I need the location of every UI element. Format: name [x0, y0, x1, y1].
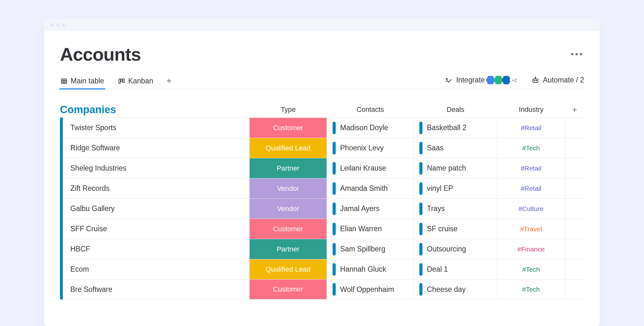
company-name-cell[interactable]: Twister Sports	[63, 118, 250, 138]
tab-label: Main table	[71, 77, 104, 85]
contact-cell[interactable]: Madison Doyle	[327, 118, 414, 138]
tab-kanban[interactable]: Kanban	[117, 74, 154, 89]
window-dot-icon	[62, 23, 65, 27]
link-pill-icon	[333, 243, 336, 256]
table-row[interactable]: Twister SportsCustomerMadison DoyleBaske…	[63, 118, 584, 138]
company-name-cell[interactable]: Ridge Software	[63, 138, 250, 158]
app-window: Accounts Main table Kanban +	[44, 19, 600, 326]
table-row[interactable]: HBCFPartnerSam SpillbergOutsourcing#Fina…	[63, 239, 584, 259]
company-name-cell[interactable]: Bre Software	[63, 280, 250, 299]
industry-cell[interactable]: #Retail	[497, 158, 565, 178]
table-row[interactable]: SFF CruiseCustomerElian WarrenSF cruise#…	[63, 219, 584, 239]
link-pill-icon	[419, 202, 422, 215]
more-options-button[interactable]	[571, 53, 584, 55]
link-pill-icon	[419, 162, 422, 175]
kanban-icon	[118, 78, 125, 85]
industry-tag: #Retail	[521, 185, 541, 192]
industry-cell[interactable]: #Tech	[497, 138, 565, 158]
type-cell[interactable]: Partner	[250, 239, 327, 259]
add-column-button[interactable]: +	[565, 105, 584, 115]
add-view-button[interactable]: +	[166, 76, 171, 87]
window-dot-icon	[50, 23, 54, 27]
contact-name: Phoenix Levy	[340, 144, 384, 152]
industry-tag: #Tech	[522, 266, 540, 273]
contact-cell[interactable]: Phoenix Levy	[327, 138, 414, 158]
type-cell[interactable]: Vendor	[250, 178, 327, 198]
deal-cell[interactable]: Cheese day	[414, 280, 497, 299]
column-header-deals[interactable]: Deals	[414, 106, 497, 114]
industry-tag: #Tech	[522, 144, 540, 152]
deal-cell[interactable]: Name patch	[414, 158, 497, 178]
type-cell[interactable]: Qualified Lead	[250, 138, 327, 158]
company-name-cell[interactable]: Zift Records	[63, 178, 250, 198]
company-name-cell[interactable]: Sheleg Industries	[63, 158, 250, 178]
industry-cell[interactable]: #Travel	[497, 219, 565, 239]
table-row[interactable]: Ridge SoftwareQualified LeadPhoenix Levy…	[63, 138, 584, 158]
type-cell[interactable]: Partner	[250, 158, 327, 178]
company-name-cell[interactable]: Galbu Gallery	[63, 199, 250, 219]
type-cell[interactable]: Customer	[250, 219, 327, 239]
integrate-button[interactable]: Integrate +2	[445, 75, 519, 85]
contact-cell[interactable]: Wolf Oppenhaim	[327, 280, 414, 299]
contact-cell[interactable]: Hannah Gluck	[327, 259, 414, 279]
dots-icon	[576, 53, 578, 55]
type-cell[interactable]: Qualified Lead	[250, 259, 327, 279]
deal-cell[interactable]: Deal 1	[414, 259, 497, 279]
integration-more-icon: +2	[510, 75, 519, 85]
company-name-cell[interactable]: Ecom	[63, 259, 250, 279]
automate-button[interactable]: Automate / 2	[532, 76, 584, 84]
contact-cell[interactable]: Leilani Krause	[327, 158, 414, 178]
industry-cell[interactable]: #Tech	[497, 280, 565, 299]
deal-cell[interactable]: vinyl EP	[414, 178, 497, 198]
deal-cell[interactable]: Trays	[414, 199, 497, 219]
link-pill-icon	[333, 202, 336, 215]
deal-name: vinyl EP	[427, 184, 453, 193]
industry-cell[interactable]: #Culture	[497, 199, 565, 219]
industry-cell[interactable]: #Finance	[497, 239, 565, 259]
table-body: Twister SportsCustomerMadison DoyleBaske…	[60, 118, 584, 299]
deal-name: SF cruise	[427, 225, 458, 233]
link-pill-icon	[333, 263, 336, 276]
company-name-cell[interactable]: SFF Cruise	[63, 219, 250, 239]
empty-cell	[565, 118, 584, 138]
group-title[interactable]: Companies	[60, 104, 250, 116]
contact-cell[interactable]: Elian Warren	[327, 219, 414, 239]
contact-name: Elian Warren	[340, 225, 382, 233]
tab-main-table[interactable]: Main table	[60, 74, 105, 89]
deal-cell[interactable]: SF cruise	[414, 219, 497, 239]
dots-icon	[571, 53, 573, 55]
table-icon	[61, 78, 68, 85]
column-header-contacts[interactable]: Contacts	[327, 106, 414, 114]
contact-name: Hannah Gluck	[340, 265, 386, 274]
table-row[interactable]: EcomQualified LeadHannah GluckDeal 1#Tec…	[63, 259, 584, 279]
automate-label: Automate / 2	[543, 76, 584, 84]
type-cell[interactable]: Vendor	[250, 199, 327, 219]
robot-icon	[532, 76, 539, 84]
contact-cell[interactable]: Sam Spillberg	[327, 239, 414, 259]
column-header-type[interactable]: Type	[250, 106, 327, 114]
contact-cell[interactable]: Amanda Smith	[327, 178, 414, 198]
link-pill-icon	[333, 182, 336, 195]
contact-name: Amanda Smith	[340, 184, 388, 193]
industry-cell[interactable]: #Retail	[497, 118, 565, 138]
type-cell[interactable]: Customer	[250, 118, 327, 138]
window-dot-icon	[56, 23, 59, 27]
column-header-industry[interactable]: Industry	[497, 106, 565, 114]
deal-cell[interactable]: Saas	[414, 138, 497, 158]
group-header: Companies Type Contacts Deals Industry +	[60, 104, 584, 118]
type-cell[interactable]: Customer	[250, 280, 327, 299]
table-row[interactable]: Sheleg IndustriesPartnerLeilani KrauseNa…	[63, 158, 584, 178]
industry-cell[interactable]: #Tech	[497, 259, 565, 279]
table-row[interactable]: Bre SoftwareCustomerWolf OppenhaimCheese…	[63, 279, 584, 299]
deal-name: Deal 1	[427, 265, 448, 274]
deal-cell[interactable]: Outsourcing	[414, 239, 497, 259]
contact-cell[interactable]: Jamal Ayers	[327, 199, 414, 219]
table-row[interactable]: Zift RecordsVendorAmanda Smithvinyl EP#R…	[63, 178, 584, 198]
table-row[interactable]: Galbu GalleryVendorJamal AyersTrays#Cult…	[63, 198, 584, 219]
company-name-cell[interactable]: HBCF	[63, 239, 250, 259]
svg-point-11	[536, 80, 536, 81]
link-pill-icon	[419, 283, 422, 296]
industry-cell[interactable]: #Retail	[497, 178, 565, 198]
deal-cell[interactable]: Basketball 2	[414, 118, 497, 138]
industry-tag: #Retail	[521, 124, 541, 132]
